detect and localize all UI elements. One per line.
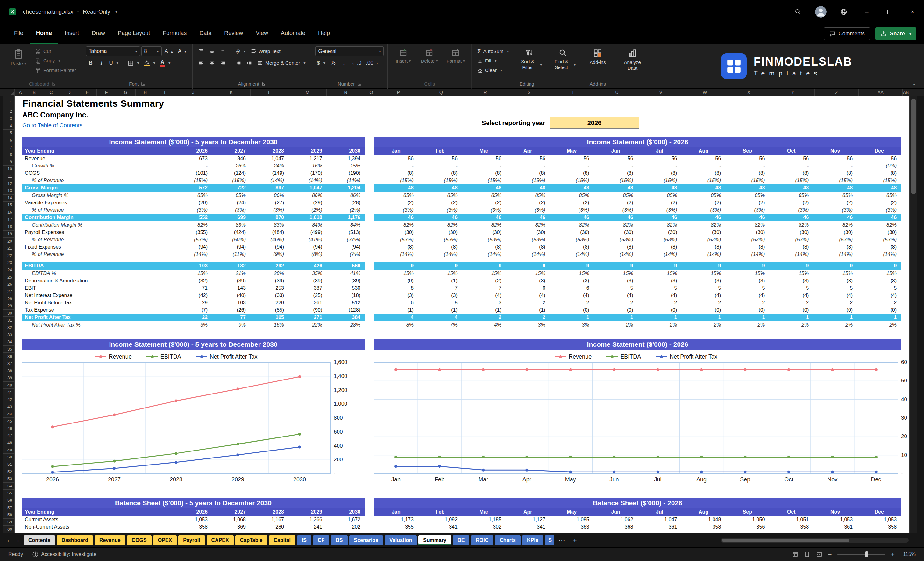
- cell[interactable]: 48: [594, 185, 638, 191]
- header-cell[interactable]: 2030: [327, 148, 365, 154]
- cell[interactable]: 85%: [813, 193, 857, 198]
- cell[interactable]: (7%): [327, 252, 365, 257]
- row-label-cell[interactable]: Current Assets: [22, 517, 174, 522]
- cell[interactable]: (4): [594, 292, 638, 298]
- cell[interactable]: 2%: [594, 322, 638, 328]
- align-top-button[interactable]: [196, 46, 206, 56]
- cell[interactable]: (53%): [813, 237, 857, 243]
- cell[interactable]: 1,127: [506, 517, 550, 522]
- cell[interactable]: (3): [418, 292, 462, 298]
- cell[interactable]: (53%): [418, 237, 462, 243]
- cell[interactable]: (30): [813, 230, 857, 235]
- cell[interactable]: 48: [857, 185, 901, 191]
- cell[interactable]: 2: [550, 300, 594, 306]
- cell[interactable]: 2: [506, 315, 550, 320]
- row-label-cell[interactable]: Growth %: [22, 163, 174, 169]
- zoom-slider-thumb[interactable]: [866, 552, 868, 557]
- row-label-cell[interactable]: Net Profit After Tax: [22, 315, 174, 320]
- cell[interactable]: 84%: [288, 222, 327, 228]
- cell[interactable]: 85%: [550, 193, 594, 198]
- cell[interactable]: (3%): [638, 207, 682, 213]
- account-avatar[interactable]: [809, 0, 832, 24]
- menu-tab-review[interactable]: Review: [218, 24, 249, 44]
- cell[interactable]: 56: [506, 156, 550, 161]
- header-cell[interactable]: 2026: [174, 148, 212, 154]
- fill-color-button[interactable]: ▾: [142, 58, 157, 68]
- cell[interactable]: (14%): [594, 252, 638, 257]
- cell[interactable]: 870: [250, 214, 288, 220]
- wrap-text-button[interactable]: Wrap Text: [249, 46, 282, 56]
- row-label-cell[interactable]: Contribution Margin %: [22, 222, 174, 228]
- cell[interactable]: (355): [174, 230, 212, 235]
- zoom-slider[interactable]: [837, 554, 885, 555]
- cell[interactable]: (14%): [250, 178, 288, 183]
- cell[interactable]: 1,394: [327, 156, 365, 161]
- cell[interactable]: (1): [418, 278, 462, 284]
- cell[interactable]: (14%): [506, 252, 550, 257]
- cell[interactable]: 6: [550, 285, 594, 291]
- cell[interactable]: 5: [594, 285, 638, 291]
- cell[interactable]: 85%: [594, 193, 638, 198]
- cell[interactable]: 26%: [212, 163, 250, 169]
- insert-cells-button[interactable]: Insert▾: [392, 46, 414, 64]
- cell[interactable]: 46: [374, 214, 418, 220]
- cell[interactable]: 1,051: [769, 517, 813, 522]
- cell[interactable]: (3%): [594, 207, 638, 213]
- column-header[interactable]: M: [288, 88, 327, 96]
- cell[interactable]: (484): [250, 230, 288, 235]
- cell[interactable]: 41%: [327, 271, 365, 276]
- cell[interactable]: 9: [418, 263, 462, 269]
- paste-button[interactable]: Paste▾: [7, 46, 30, 66]
- cell[interactable]: 1,204: [327, 185, 365, 191]
- row-header[interactable]: 16: [3, 209, 15, 216]
- cell[interactable]: 3: [462, 300, 506, 306]
- row-header[interactable]: 36: [3, 353, 15, 360]
- cell[interactable]: 569: [327, 263, 365, 269]
- underline-button[interactable]: U▾: [108, 58, 120, 68]
- sheet-tab-opex[interactable]: OPEX: [153, 535, 177, 545]
- cell[interactable]: (0): [550, 307, 594, 313]
- cell[interactable]: (0): [374, 278, 418, 284]
- zoom-level[interactable]: 115%: [900, 552, 916, 557]
- cell[interactable]: (8%): [288, 252, 327, 257]
- column-header[interactable]: E: [78, 88, 97, 96]
- cell[interactable]: (30): [594, 230, 638, 235]
- cell[interactable]: 9: [769, 263, 813, 269]
- font-size-select[interactable]: 8▾: [141, 46, 162, 56]
- cell[interactable]: (8): [681, 244, 725, 250]
- align-bottom-button[interactable]: [218, 46, 228, 56]
- cell[interactable]: (3%): [174, 207, 212, 213]
- delete-cells-button[interactable]: Delete▾: [418, 46, 441, 64]
- column-header[interactable]: N: [327, 88, 365, 96]
- cell[interactable]: 46: [681, 214, 725, 220]
- cell[interactable]: 7: [418, 285, 462, 291]
- cell[interactable]: 2%: [638, 322, 682, 328]
- cell[interactable]: 369: [212, 524, 250, 530]
- cell[interactable]: (4): [462, 292, 506, 298]
- cell[interactable]: (15%): [374, 178, 418, 183]
- cell[interactable]: -: [462, 163, 506, 169]
- cell[interactable]: 15%: [813, 271, 857, 276]
- share-button[interactable]: Share ▾: [875, 27, 916, 40]
- column-header[interactable]: F: [97, 88, 116, 96]
- cell[interactable]: 530: [327, 285, 365, 291]
- header-cell[interactable]: 2028: [250, 509, 288, 515]
- cell[interactable]: (14%): [813, 252, 857, 257]
- row-header[interactable]: 11: [3, 173, 15, 180]
- header-cell[interactable]: Year Ending: [22, 509, 174, 515]
- cell[interactable]: (4): [857, 292, 901, 298]
- cell[interactable]: (2): [506, 200, 550, 206]
- cell[interactable]: 1,217: [288, 156, 327, 161]
- cell[interactable]: 21%: [212, 271, 250, 276]
- cell[interactable]: (8): [725, 170, 769, 176]
- menu-tab-home[interactable]: Home: [30, 24, 58, 44]
- decrease-decimal-button[interactable]: .00→: [364, 58, 381, 68]
- cell[interactable]: 6: [374, 300, 418, 306]
- cell[interactable]: (14%): [681, 252, 725, 257]
- cell[interactable]: 1,176: [327, 214, 365, 220]
- cell[interactable]: 292: [250, 263, 288, 269]
- cell[interactable]: 3%: [174, 322, 212, 328]
- number-format-select[interactable]: General▾: [315, 46, 384, 56]
- cell[interactable]: 1,018: [288, 214, 327, 220]
- chart-plot-area[interactable]: [22, 362, 330, 474]
